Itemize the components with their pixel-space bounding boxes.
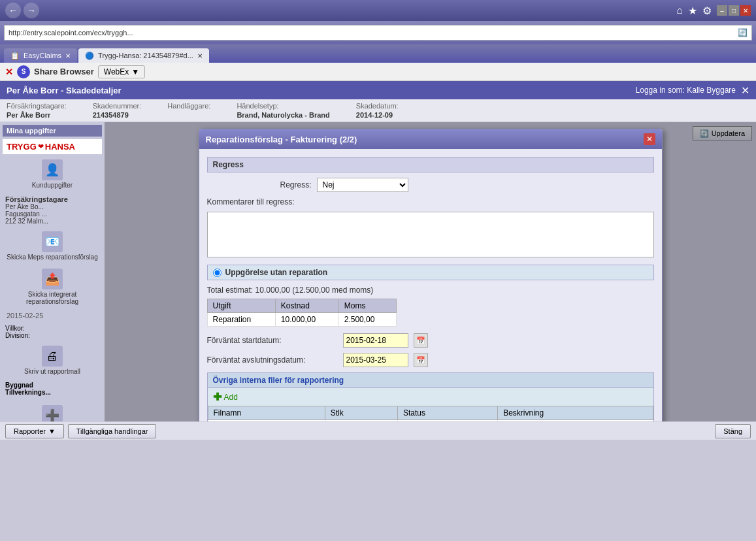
value-skadedatum: 2014-12-09 <box>356 111 399 119</box>
tab-trygg-hansa[interactable]: 🔵 Trygg-Hansa: 214354879#d... ✕ <box>78 48 209 63</box>
tab-favicon-easyclaims: 📋 <box>10 52 20 60</box>
end-date-input[interactable] <box>343 353 408 367</box>
dialog: Reparationsförslag - Fakturering (2/2) ✕… <box>199 129 663 440</box>
close-window-button[interactable]: ✕ <box>740 5 751 16</box>
label-skadenummer: Skadenummer: <box>93 102 142 110</box>
page-content: Per Åke Borr - Skadedetaljer Logga in so… <box>0 81 756 440</box>
cell-moms: 2.500,00 <box>338 313 396 327</box>
tab-close-easyclaims[interactable]: ✕ <box>65 52 71 59</box>
start-date-picker-button[interactable]: 📅 <box>414 333 428 348</box>
reports-dropdown-icon: ▼ <box>48 427 56 435</box>
info-group-skadenummer: Skadenummer: 214354879 <box>93 102 142 119</box>
bottom-bar: Rapporter ▼ Tillgängliga handlingar Stän… <box>0 421 756 440</box>
add-row: ✚ Add <box>208 388 653 406</box>
end-date-row: Förväntat avslutningsdatum: 📅 <box>207 353 654 367</box>
label-handläggare: Handläggare: <box>167 102 210 110</box>
regress-select[interactable]: Nej Ja <box>317 178 408 192</box>
value-händelsetyp: Brand, Naturolycka - Brand <box>237 111 329 119</box>
col-status: Status <box>397 406 497 420</box>
reports-button[interactable]: Rapporter ▼ <box>5 424 64 438</box>
tab-close-trygg[interactable]: ✕ <box>197 52 203 59</box>
label-händelsetyp: Händelsetyp: <box>237 102 329 110</box>
kommentar-label: Kommentarer till regress: <box>207 197 295 206</box>
kommentar-textarea[interactable] <box>207 212 654 257</box>
home-icon[interactable]: ⌂ <box>676 5 683 16</box>
settings-icon[interactable]: ⚙ <box>702 5 712 17</box>
kommentar-row: Kommentarer till regress: <box>207 197 654 206</box>
sidebar-item-integrerat[interactable]: 📤 Skicka integrerat reparationsförslag <box>3 266 102 308</box>
sidebar-date: 2015-02-25 <box>3 310 102 321</box>
page-close-icon[interactable]: ✕ <box>741 84 749 97</box>
dialog-body: Regress Regress: Nej Ja Kommentarer till… <box>199 149 662 440</box>
forward-button[interactable]: → <box>24 3 39 18</box>
available-actions-label: Tillgängliga handlingar <box>76 427 148 435</box>
sidebar-meps-icon: 📧 <box>42 231 63 252</box>
add-file-button[interactable]: ✚ Add <box>208 388 243 406</box>
radio-section: Uppgörelse utan reparation <box>207 265 654 280</box>
refresh-icon[interactable]: 🔄 <box>738 28 748 37</box>
share-bar-close[interactable]: ✕ <box>5 67 13 77</box>
regress-title: Regress <box>213 160 244 169</box>
start-date-input[interactable] <box>343 333 408 348</box>
uppgorelse-radio[interactable] <box>213 269 222 277</box>
dialog-close-button[interactable]: ✕ <box>644 133 655 145</box>
col-moms: Moms <box>338 299 396 313</box>
add-icon: ✚ <box>213 391 222 403</box>
regress-section-header: Regress <box>207 157 654 172</box>
available-actions-button[interactable]: Tillgängliga handlingar <box>68 424 157 438</box>
reports-label: Rapporter <box>14 427 46 435</box>
info-group-skadedatum: Skadedatum: 2014-12-09 <box>356 102 399 119</box>
maximize-button[interactable]: □ <box>729 5 739 16</box>
col-utgift: Utgift <box>207 299 275 313</box>
dialog-titlebar: Reparationsförslag - Fakturering (2/2) ✕ <box>199 129 662 149</box>
regress-form-row: Regress: Nej Ja <box>207 178 654 192</box>
logo-heart-icon: ❤ <box>38 142 44 151</box>
table-row: Reparation 10.000,00 2.500,00 <box>207 313 396 327</box>
sidebar-integrerat-icon: 📤 <box>42 269 63 289</box>
sidebar: Mina uppgifter TRYGG ❤ HANSA 👤 Kunduppgi… <box>0 122 105 440</box>
browser-tabs: 📋 EasyClaims ✕ 🔵 Trygg-Hansa: 214354879#… <box>0 44 756 63</box>
logo-text: TRYGG <box>7 142 37 152</box>
add-label: Add <box>224 393 238 402</box>
insurance-name: Per Åke Bo... <box>5 203 99 210</box>
page-title: Per Åke Borr - Skadedetaljer <box>7 86 122 95</box>
page-header: Per Åke Borr - Skadedetaljer Logga in so… <box>0 81 756 99</box>
insurance-subsection-title: Försäkringstagare <box>5 195 99 203</box>
value-skadenummer: 214354879 <box>93 111 142 119</box>
kommentar-wrapper <box>207 212 654 259</box>
sidebar-item-skriv[interactable]: 🖨 Skriv ut rapportmall <box>3 343 102 378</box>
window-controls: – □ ✕ <box>717 5 751 16</box>
end-date-picker-button[interactable]: 📅 <box>414 353 428 367</box>
close-button[interactable]: Stäng <box>715 424 751 438</box>
sidebar-section-title: Mina uppgifter <box>3 125 102 137</box>
bookmark-icon[interactable]: ★ <box>688 5 697 17</box>
cell-utgift: Reparation <box>207 313 275 327</box>
estimate-table: Utgift Kostnad Moms Reparation 10.000,00… <box>207 299 397 327</box>
regress-label: Regress: <box>207 180 312 189</box>
share-browser-logo: S <box>17 65 30 78</box>
total-value: 10.000,00 (12.500,00 med moms) <box>255 286 374 295</box>
webex-button[interactable]: WebEx ▼ <box>98 65 145 78</box>
back-button[interactable]: ← <box>5 3 21 18</box>
tillverknings-label: Tillverknings... <box>5 389 99 396</box>
insurance-subsection: Försäkringstagare Per Åke Bo... Fagusgat… <box>3 194 102 226</box>
sidebar-kunduppgifter-label: Kunduppgifter <box>32 182 73 189</box>
tab-favicon-trygg: 🔵 <box>85 52 94 60</box>
col-kostnad: Kostnad <box>275 299 338 313</box>
address-bar[interactable]: http://entry.scalepoint.com/ecx/tryggh..… <box>4 25 752 41</box>
share-browser-label: Share Browser <box>34 67 94 76</box>
tab-easyclaims[interactable]: 📋 EasyClaims ✕ <box>4 48 77 63</box>
sidebar-integrerat-label: Skicka integrerat reparationsförslag <box>5 291 99 305</box>
sidebar-meps-label: Skicka Meps reparationsförslag <box>7 254 98 261</box>
main-content: 🔄 Uppdatera Reparationsförslag - Fakture… <box>105 122 756 440</box>
sidebar-item-meps[interactable]: 📧 Skicka Meps reparationsförslag <box>3 229 102 263</box>
info-group-händelsetyp: Händelsetyp: Brand, Naturolycka - Brand <box>237 102 329 119</box>
login-text: Logga in som: Kalle Byggare <box>636 86 736 95</box>
minimize-button[interactable]: – <box>717 5 727 16</box>
total-label: Total estimat: <box>207 286 254 295</box>
page-header-right: Logga in som: Kalle Byggare ✕ <box>636 84 749 97</box>
titlebar-right: ⌂ ★ ⚙ – □ ✕ <box>676 5 751 17</box>
sidebar-item-kunduppgifter[interactable]: 👤 Kunduppgifter <box>3 157 102 191</box>
sidebar-skriv-icon: 🖨 <box>42 346 63 367</box>
villkor-label: Villkor: <box>5 325 25 332</box>
